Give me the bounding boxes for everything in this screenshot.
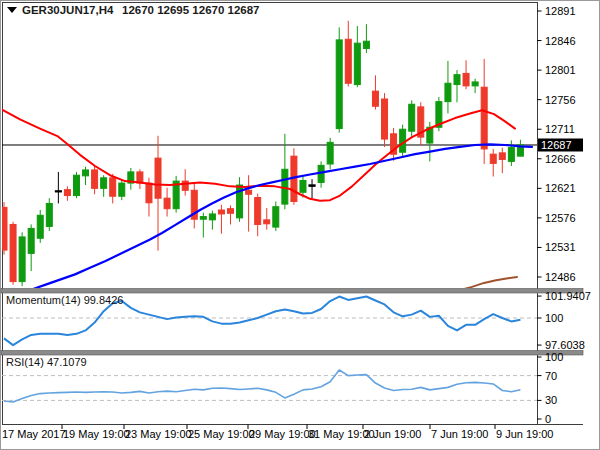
candle-body[interactable] [119, 183, 125, 196]
time-axis-label: 9 Jun 19:00 [496, 428, 554, 440]
time-axis-label: 23 May 19:00 [125, 428, 192, 440]
candle-body[interactable] [10, 224, 16, 281]
candle-body[interactable] [92, 170, 98, 188]
candle-body[interactable] [155, 158, 161, 198]
candle-body[interactable] [372, 91, 378, 106]
time-axis-label: 29 May 19:00 [249, 428, 316, 440]
candle-body[interactable] [46, 203, 52, 226]
chart-title: GER30JUN17,H4 12670 12695 12670 12687 [7, 4, 260, 16]
chart-window: 1289112846128011275612711126661262112576… [0, 0, 600, 450]
candle-body[interactable] [64, 190, 70, 196]
price-axis-label: 12486 [545, 271, 576, 283]
title-symbol: GER30JUN17,H4 [22, 4, 114, 16]
momentum-axis-label: 101.9407 [545, 290, 591, 302]
time-axis-label: 7 Jun 19:00 [431, 428, 489, 440]
time-axis-label: 17 May 2017 [2, 428, 66, 440]
rsi-axis-label: 70 [545, 370, 557, 382]
candle-body[interactable] [73, 175, 79, 195]
candle-body[interactable] [209, 214, 215, 220]
ma-line-blue [30, 144, 532, 290]
price-axis-label: 12756 [545, 94, 576, 106]
price-axis-label: 12531 [545, 241, 576, 253]
rsi-axis-label: 30 [545, 394, 557, 406]
panel-splitter[interactable] [1, 351, 583, 356]
candle-body[interactable] [354, 43, 360, 84]
candle-body[interactable] [481, 87, 487, 149]
chart-frame [1, 1, 600, 450]
price-axis-label: 12801 [545, 64, 576, 76]
candle-body[interactable] [1, 207, 7, 250]
momentum-panel-label: Momentum(14) 99.8426 [6, 294, 123, 306]
price-axis[interactable]: 1289112846128011275612711126661262112576… [537, 5, 591, 425]
time-axis-label: 2 Jun 19:00 [364, 428, 422, 440]
rsi-axis-label: 0 [545, 413, 551, 425]
candle-body[interactable] [255, 198, 261, 225]
candle-body[interactable] [508, 148, 514, 162]
price-axis-label: 12621 [545, 182, 576, 194]
symbol-dropdown-icon[interactable] [7, 7, 17, 13]
candle-body[interactable] [83, 170, 89, 176]
momentum-axis-label: 100 [545, 312, 563, 324]
candle-body[interactable] [264, 220, 270, 224]
candle-body[interactable] [37, 215, 43, 238]
candle-body[interactable] [19, 237, 25, 282]
candle-body[interactable] [472, 82, 478, 86]
candle-body[interactable] [490, 154, 496, 163]
candle-body[interactable] [409, 104, 415, 131]
candle-body[interactable] [182, 181, 188, 190]
current-price-label: 12687 [541, 139, 572, 151]
candle-body[interactable] [336, 40, 342, 129]
candle-body[interactable] [228, 209, 234, 214]
time-axis-label: 19 May 19:00 [63, 428, 130, 440]
price-axis-label: 12846 [545, 35, 576, 47]
time-axis-label: 25 May 19:00 [188, 428, 255, 440]
time-axis[interactable]: 17 May 201719 May 19:0023 May 19:0025 Ma… [2, 425, 554, 441]
price-axis-label: 12666 [545, 153, 576, 165]
window-border [1, 1, 600, 450]
candle-body[interactable] [273, 207, 279, 227]
candle-body[interactable] [28, 228, 34, 253]
rsi-panel[interactable] [2, 370, 537, 402]
rsi-line [4, 370, 520, 402]
price-axis-label: 12576 [545, 212, 576, 224]
rsi-axis-label: 100 [545, 351, 563, 363]
candle-body[interactable] [454, 75, 460, 85]
candle-body[interactable] [345, 39, 351, 83]
current-price-tag: 12687 [538, 139, 583, 152]
panel-splitter[interactable] [1, 289, 583, 294]
candle-body[interactable] [218, 210, 224, 214]
price-axis-label: 12891 [545, 5, 576, 17]
moving-averages-layer [2, 110, 532, 291]
candle-body[interactable] [445, 83, 451, 101]
candle-body[interactable] [382, 99, 388, 139]
candle-body[interactable] [200, 217, 206, 220]
candle-body[interactable] [101, 178, 107, 189]
candle-body[interactable] [363, 41, 369, 48]
candle-body[interactable] [146, 183, 152, 203]
candle-body[interactable] [327, 142, 333, 164]
candle-body[interactable] [463, 73, 469, 85]
title-ohlc: 12670 12695 12670 12687 [122, 4, 260, 16]
panel-borders [2, 2, 583, 425]
rsi-panel-label: RSI(14) 47.1079 [6, 356, 87, 368]
candle-body[interactable] [164, 198, 170, 209]
candle-body[interactable] [499, 153, 505, 160]
ma-line-brown [460, 277, 517, 290]
candle-body[interactable] [282, 169, 288, 204]
momentum-axis-label: 97.6038 [545, 339, 585, 351]
price-axis-label: 12711 [545, 123, 575, 135]
candle-body[interactable] [246, 190, 252, 194]
candle-body[interactable] [300, 180, 306, 192]
candle-body[interactable] [110, 178, 116, 196]
chart-canvas[interactable]: 1289112846128011275612711126661262112576… [0, 0, 600, 450]
